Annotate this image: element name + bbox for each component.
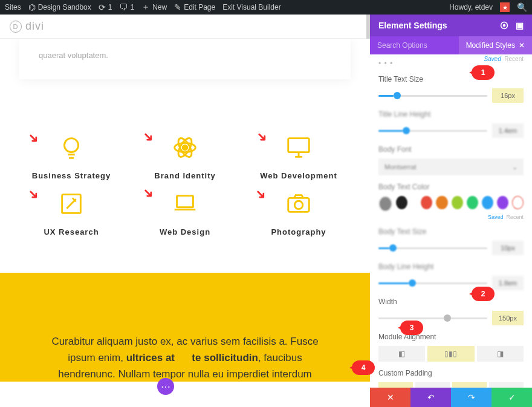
atom-icon xyxy=(171,134,199,161)
link-icon[interactable]: ⇅ xyxy=(479,387,484,388)
comments-badge[interactable]: 🗨1 xyxy=(119,2,134,12)
close-icon[interactable]: ✕ xyxy=(519,41,525,50)
padding-left-input[interactable]: ⇅ xyxy=(452,382,487,388)
ctrl-label: Body Text Size xyxy=(378,227,524,236)
slider-title-lh[interactable] xyxy=(378,130,487,132)
slider-body-lh[interactable] xyxy=(378,282,487,284)
services-grid: ➜ Business Strategy ➜ Brand Identity ➜ W… xyxy=(15,134,355,236)
panel-header: Element Settings ⦿ ▣ xyxy=(370,15,532,36)
arrow-icon: ➜ xyxy=(24,184,42,203)
slider-body-size[interactable] xyxy=(378,247,487,249)
value-width[interactable]: 150px xyxy=(492,311,524,325)
value-body-lh[interactable]: 1.8em xyxy=(492,276,524,290)
avatar[interactable]: ★ xyxy=(500,2,510,12)
color-swatch[interactable] xyxy=(421,196,432,209)
svg-point-0 xyxy=(65,138,79,152)
value-title-size[interactable]: 16px xyxy=(492,88,524,103)
redo-button[interactable]: ↷ xyxy=(451,388,491,407)
color-swatch[interactable] xyxy=(396,196,407,209)
padding-top-input[interactable]: 10px⇅ xyxy=(378,382,413,388)
arrow-icon: ➜ xyxy=(252,127,271,146)
service-label: UX Research xyxy=(15,227,128,236)
arrow-icon: ➜ xyxy=(24,128,42,147)
lightbulb-icon xyxy=(57,134,85,161)
edit-page-link[interactable]: ✎Edit Page xyxy=(174,2,215,12)
chevron-down-icon: ⌄ xyxy=(512,163,517,171)
slider-title-size[interactable] xyxy=(378,95,487,97)
new-link[interactable]: ＋New xyxy=(141,2,167,13)
panel-footer: ✕ ↶ ↷ ✓ xyxy=(370,388,532,407)
arrow-icon: ➜ xyxy=(251,184,270,203)
color-swatch-none[interactable] xyxy=(512,196,524,209)
focus-icon[interactable]: ⦿ xyxy=(500,21,508,30)
ctrl-body-text-size: Body Text Size 10px xyxy=(378,227,524,255)
align-center-button[interactable]: ▯▮▯ xyxy=(427,346,474,362)
padding-bottom-input[interactable] xyxy=(415,382,450,388)
sites-link[interactable]: Sites xyxy=(5,3,21,11)
undo-button[interactable]: ↶ xyxy=(410,388,451,407)
svg-rect-7 xyxy=(177,196,193,207)
site-name[interactable]: ⌬Design Sandbox xyxy=(28,2,91,12)
color-swatch[interactable] xyxy=(378,196,392,212)
slider-width[interactable] xyxy=(378,317,487,319)
collapse-icon[interactable]: ▣ xyxy=(516,21,524,30)
callout-3: 3 xyxy=(400,321,423,335)
service-web-dev[interactable]: ➜ Web Development xyxy=(242,134,355,180)
service-label: Business Strategy xyxy=(15,171,128,180)
service-label: Web Development xyxy=(242,171,355,180)
callout-4: 4 xyxy=(352,360,375,375)
ctrl-custom-padding: Custom Padding 10px⇅ ⇅ Top Bottom Left R… xyxy=(378,369,524,388)
link-icon[interactable]: ⇅ xyxy=(406,387,410,388)
save-button[interactable]: ✓ xyxy=(491,388,532,407)
module-fab-button[interactable]: ⋯ xyxy=(157,378,174,395)
select-body-font[interactable]: Montserrat⌄ xyxy=(378,158,524,175)
service-ux-research[interactable]: ➜ UX Research xyxy=(15,190,128,236)
refresh-icon: ⟳ xyxy=(99,2,106,12)
svg-point-9 xyxy=(294,201,302,209)
ctrl-label: Body Font xyxy=(378,145,524,154)
camera-icon xyxy=(285,190,313,218)
ctrl-label: Body Line Height xyxy=(378,262,524,271)
monitor-icon xyxy=(285,134,313,161)
arrow-icon: ➜ xyxy=(138,183,157,202)
ctrl-module-alignment: Module Alignment ◧ ▯▮▯ ◨ xyxy=(378,333,524,362)
ctrl-body-text-color: Body Text Color Saved Recent xyxy=(378,183,524,220)
laptop-icon xyxy=(171,190,199,218)
saved-recent-toggle[interactable]: Saved Recent xyxy=(484,56,524,62)
gauge-icon: ⌬ xyxy=(28,2,36,12)
svg-rect-5 xyxy=(288,138,310,152)
cancel-button[interactable]: ✕ xyxy=(370,388,410,407)
service-brand-identity[interactable]: ➜ Brand Identity xyxy=(128,134,242,180)
value-body-size[interactable]: 10px xyxy=(492,241,524,255)
logo[interactable]: D divi xyxy=(10,20,44,33)
service-photography[interactable]: ➜ Photography xyxy=(242,190,355,236)
yellow-paragraph: Curabitur aliquam justo ex, ac varius se… xyxy=(29,333,341,383)
panel-body: • • • Saved Recent Title Text Size 16px … xyxy=(370,54,532,388)
align-left-button[interactable]: ◧ xyxy=(378,346,425,362)
search-icon[interactable]: 🔍 xyxy=(517,2,527,12)
exit-vb-link[interactable]: Exit Visual Builder xyxy=(222,3,281,11)
color-swatch[interactable] xyxy=(467,196,478,209)
howdy-link[interactable]: Howdy, etdev xyxy=(449,3,493,11)
color-swatch[interactable] xyxy=(452,196,463,209)
align-right-button[interactable]: ◨ xyxy=(477,346,524,362)
logo-icon: D xyxy=(10,21,22,33)
updates-badge[interactable]: ⟳1 xyxy=(99,2,112,12)
service-label: Web Design xyxy=(128,227,242,236)
color-swatch[interactable] xyxy=(436,196,447,209)
ctrl-body-font: Body Font Montserrat⌄ xyxy=(378,145,524,175)
service-web-design[interactable]: ➜ Web Design xyxy=(128,190,242,236)
color-swatch[interactable] xyxy=(497,196,508,209)
value-title-lh[interactable]: 1.4em xyxy=(492,123,524,138)
arrow-icon: ➜ xyxy=(138,127,157,146)
yellow-section: Curabitur aliquam justo ex, ac varius se… xyxy=(0,273,370,382)
tab-search-options[interactable]: Search Options xyxy=(370,36,435,54)
ctrl-label: Title Text Size xyxy=(378,75,524,83)
ctrl-title-line-height: Title Line Height 1.4em xyxy=(378,110,524,138)
service-label: Brand Identity xyxy=(128,171,242,180)
ctrl-body-line-height: Body Line Height 1.8em xyxy=(378,262,524,290)
padding-right-input[interactable] xyxy=(489,382,524,388)
color-swatch[interactable] xyxy=(482,196,493,209)
service-business-strategy[interactable]: ➜ Business Strategy xyxy=(15,134,128,180)
tab-modified-styles[interactable]: Modified Styles✕ xyxy=(459,36,532,54)
